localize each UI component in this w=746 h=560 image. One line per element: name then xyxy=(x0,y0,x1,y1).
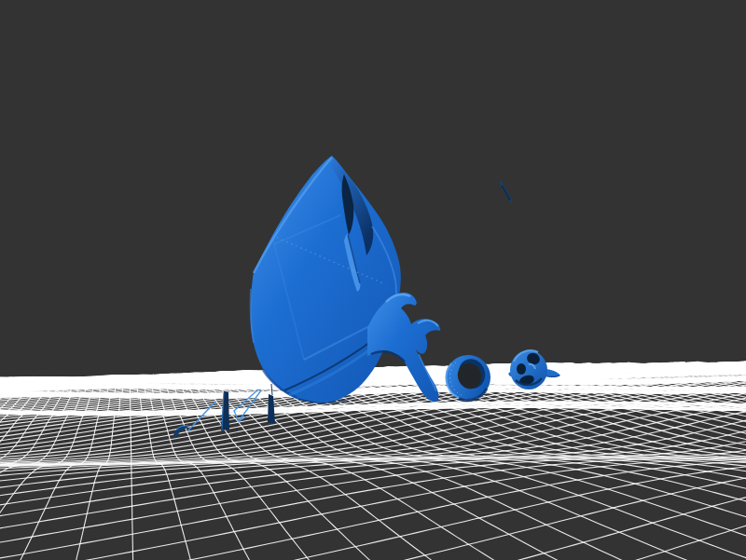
model-mesh[interactable] xyxy=(0,0,746,560)
fragment-wire-arrow[interactable] xyxy=(234,389,261,421)
viewport-3d[interactable] xyxy=(0,0,746,560)
fragment-fin-2[interactable] xyxy=(268,394,275,424)
wheel-window-left xyxy=(517,363,526,375)
debris-fragments[interactable] xyxy=(173,384,275,438)
fragment-crescent[interactable] xyxy=(173,426,189,438)
spoked-ring[interactable] xyxy=(508,350,560,389)
torus-ring[interactable] xyxy=(446,355,490,401)
shell-body[interactable] xyxy=(251,156,401,403)
fragment-hairline xyxy=(271,384,272,395)
splinter-core xyxy=(502,185,510,200)
main-shell[interactable] xyxy=(251,156,401,403)
splinter[interactable] xyxy=(501,183,511,201)
fragment-wire-1[interactable] xyxy=(187,402,215,431)
